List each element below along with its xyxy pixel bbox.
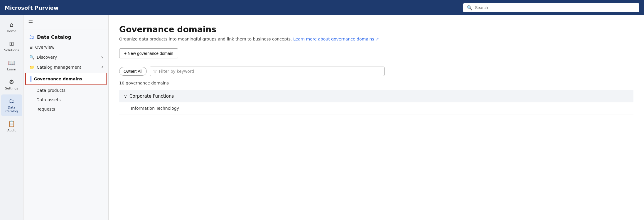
description-text: Organize data products into meaningful g… bbox=[119, 37, 292, 41]
keyword-filter-placeholder: Filter by keyword bbox=[159, 69, 194, 74]
domain-row-corporate-functions[interactable]: ∨ Corporate Functions bbox=[119, 90, 633, 102]
page-title: Governance domains bbox=[119, 25, 633, 34]
sidebar-item-discovery[interactable]: 🔍 Discovery ∨ bbox=[23, 52, 108, 62]
discovery-chevron: ∨ bbox=[101, 55, 104, 59]
filters-row: Owner: All ▽ Filter by keyword bbox=[119, 67, 633, 76]
app-title: Microsoft Purview bbox=[5, 5, 463, 11]
catalog-section-icon: 🗂 bbox=[28, 33, 34, 40]
data-catalog-label: Data Catalog bbox=[4, 106, 20, 113]
learn-more-link[interactable]: Learn more about governance domains ↗ bbox=[293, 37, 379, 41]
sidebar-sub-item-data-products[interactable]: Data products bbox=[23, 86, 108, 95]
sidebar-item-overview[interactable]: ⊞ Overview bbox=[23, 42, 108, 52]
solutions-icon: ⊞ bbox=[9, 40, 14, 47]
domain-sub-row-info-tech[interactable]: Information Technology bbox=[119, 102, 633, 114]
solutions-label: Solutions bbox=[4, 48, 19, 52]
sidebar-item-home[interactable]: ⌂ Home bbox=[1, 18, 22, 36]
home-label: Home bbox=[7, 29, 16, 33]
sidebar-item-solutions[interactable]: ⊞ Solutions bbox=[1, 37, 22, 55]
search-input[interactable] bbox=[475, 5, 636, 10]
sidebar-item-catalog-management[interactable]: 📁 Catalog management ∧ bbox=[23, 62, 108, 72]
data-catalog-icon: 🗂 bbox=[9, 97, 15, 104]
data-products-label: Data products bbox=[36, 88, 65, 93]
chevron-down-icon: ∨ bbox=[124, 94, 127, 99]
keyword-filter-input[interactable]: ▽ Filter by keyword bbox=[150, 67, 385, 76]
settings-icon: ⚙ bbox=[9, 78, 14, 85]
page-description: Organize data products into meaningful g… bbox=[119, 37, 633, 41]
requests-label: Requests bbox=[36, 107, 55, 111]
filter-icon: ▽ bbox=[154, 69, 157, 74]
corporate-functions-label: Corporate Functions bbox=[129, 94, 174, 99]
sidebar-sub-item-data-assets[interactable]: Data assets bbox=[23, 95, 108, 104]
icon-nav: ⌂ Home ⊞ Solutions 📖 Learn ⚙ Settings 🗂 … bbox=[0, 15, 23, 220]
settings-label: Settings bbox=[5, 87, 18, 90]
sidebar-sub-item-requests[interactable]: Requests bbox=[23, 104, 108, 114]
sidebar-section-header: 🗂 Data Catalog bbox=[23, 30, 108, 42]
main-layout: ⌂ Home ⊞ Solutions 📖 Learn ⚙ Settings 🗂 … bbox=[0, 15, 644, 220]
catalog-mgmt-chevron: ∧ bbox=[101, 65, 104, 69]
data-assets-label: Data assets bbox=[36, 97, 60, 102]
audit-icon: 📋 bbox=[8, 120, 15, 127]
sidebar-item-governance-domains-active[interactable]: Governance domains bbox=[25, 73, 107, 85]
discovery-left: 🔍 Discovery bbox=[29, 55, 57, 60]
top-header: Microsoft Purview 🔍 bbox=[0, 0, 644, 15]
search-icon: 🔍 bbox=[467, 5, 473, 11]
active-indicator bbox=[31, 76, 31, 82]
sidebar-item-audit[interactable]: 📋 Audit bbox=[1, 117, 22, 135]
learn-icon: 📖 bbox=[8, 59, 15, 66]
catalog-mgmt-label: Catalog management bbox=[37, 65, 81, 70]
overview-left: ⊞ Overview bbox=[29, 45, 55, 50]
sidebar-header: ☰ bbox=[23, 15, 108, 30]
owner-filter-button[interactable]: Owner: All bbox=[119, 67, 147, 76]
discovery-label: Discovery bbox=[37, 55, 57, 60]
audit-label: Audit bbox=[7, 128, 16, 132]
catalog-mgmt-left: 📁 Catalog management bbox=[29, 65, 81, 70]
info-tech-label: Information Technology bbox=[131, 106, 179, 111]
sidebar-item-settings[interactable]: ⚙ Settings bbox=[1, 75, 22, 93]
discovery-icon: 🔍 bbox=[29, 55, 34, 60]
new-governance-domain-button[interactable]: + New governance domain bbox=[119, 48, 178, 58]
overview-icon: ⊞ bbox=[29, 45, 33, 50]
governance-domains-label: Governance domains bbox=[34, 77, 82, 81]
domain-count: 10 governance domains bbox=[119, 81, 633, 85]
main-content: Governance domains Organize data product… bbox=[109, 15, 644, 220]
overview-label: Overview bbox=[35, 45, 55, 50]
catalog-section-title: Data Catalog bbox=[37, 34, 71, 40]
sidebar-item-data-catalog[interactable]: 🗂 Data Catalog bbox=[1, 94, 22, 116]
home-icon: ⌂ bbox=[10, 21, 14, 28]
sidebar: ☰ 🗂 Data Catalog ⊞ Overview 🔍 Discovery … bbox=[23, 15, 109, 220]
catalog-mgmt-icon: 📁 bbox=[29, 65, 34, 70]
hamburger-menu[interactable]: ☰ bbox=[28, 19, 33, 26]
search-bar: 🔍 bbox=[463, 3, 639, 12]
learn-label: Learn bbox=[7, 67, 16, 71]
sidebar-item-learn[interactable]: 📖 Learn bbox=[1, 56, 22, 74]
